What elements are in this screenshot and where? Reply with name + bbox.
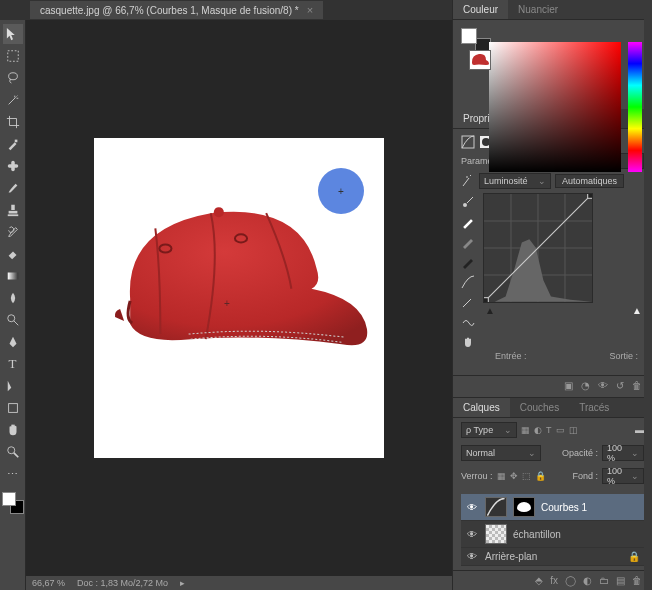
document-canvas[interactable]: + [94, 138, 384, 458]
gray-point-icon[interactable] [461, 235, 475, 249]
tab-color[interactable]: Couleur [453, 0, 508, 19]
eye-icon[interactable]: 👁 [465, 529, 479, 540]
doc-size: Doc : 1,83 Mo/2,72 Mo [77, 578, 168, 588]
svg-point-1 [8, 73, 17, 80]
svg-rect-28 [588, 194, 592, 198]
target-adjust-icon[interactable] [461, 174, 475, 188]
trash-icon[interactable]: 🗑 [632, 380, 642, 391]
filter-type-icon[interactable]: T [546, 425, 552, 435]
document-tab-bar: casquette.jpg @ 66,7% (Courbes 1, Masque… [26, 0, 452, 20]
layers-panel-tabs: Calques Couches Tracés [453, 398, 652, 418]
history-brush-tool[interactable] [3, 222, 23, 242]
smooth-icon[interactable] [461, 315, 475, 329]
document-title: casquette.jpg @ 66,7% (Courbes 1, Masque… [40, 5, 299, 16]
eye-icon[interactable]: 👁 [465, 502, 479, 513]
hue-slider[interactable] [628, 42, 642, 172]
curve-point-icon[interactable] [461, 275, 475, 289]
foreground-swatch[interactable] [2, 492, 16, 506]
lock-artboard-icon[interactable]: ⬚ [522, 471, 531, 481]
new-adjustment-icon[interactable]: ◐ [583, 575, 592, 586]
channel-select[interactable]: Luminosité [479, 173, 551, 189]
visibility-icon[interactable]: 👁 [598, 380, 608, 391]
slider-white-icon[interactable]: ▲ [632, 305, 642, 316]
clip-icon[interactable]: ◔ [581, 380, 590, 391]
shape-tool[interactable] [3, 398, 23, 418]
tab-paths[interactable]: Tracés [569, 398, 619, 417]
lock-position-icon[interactable]: ✥ [510, 471, 518, 481]
blend-mode-select[interactable]: Normal [461, 445, 541, 461]
collapsed-panel-dock[interactable] [644, 0, 652, 590]
pencil-curve-icon[interactable] [461, 295, 475, 309]
layer-mask-thumb[interactable] [513, 497, 535, 517]
edit-toolbar-icon[interactable]: ⋯ [3, 464, 23, 484]
layer-name[interactable]: Arrière-plan [485, 551, 622, 562]
filter-adjust-icon[interactable]: ◐ [534, 425, 542, 435]
eye-icon[interactable]: 👁 [465, 551, 479, 562]
reset-icon[interactable]: ↺ [616, 380, 624, 391]
eyedropper-tool[interactable] [3, 134, 23, 154]
toggle-mask-icon[interactable]: ▣ [564, 380, 573, 391]
delete-layer-icon[interactable]: 🗑 [632, 575, 642, 586]
marquee-tool[interactable] [3, 46, 23, 66]
eraser-tool[interactable] [3, 244, 23, 264]
gradient-tool[interactable] [3, 266, 23, 286]
lock-pixels-icon[interactable]: ▦ [497, 471, 506, 481]
sampler-icon[interactable] [461, 195, 475, 209]
document-tab[interactable]: casquette.jpg @ 66,7% (Courbes 1, Masque… [30, 1, 323, 19]
tab-channels[interactable]: Couches [510, 398, 569, 417]
filter-shape-icon[interactable]: ▭ [556, 425, 565, 435]
white-point-icon[interactable] [461, 215, 475, 229]
sample-color-circle [318, 168, 364, 214]
layer-name[interactable]: Courbes 1 [541, 502, 640, 513]
opacity-input[interactable]: 100 % [602, 445, 644, 461]
type-tool[interactable]: T [3, 354, 23, 374]
lock-all-icon[interactable]: 🔒 [535, 471, 546, 481]
color-swatch[interactable] [2, 492, 24, 514]
hand-tool[interactable] [3, 420, 23, 440]
zoom-tool[interactable] [3, 442, 23, 462]
layer-row[interactable]: 👁 Arrière-plan 🔒 [461, 548, 644, 566]
add-mask-icon[interactable]: ◯ [565, 575, 576, 586]
black-point-icon[interactable] [461, 255, 475, 269]
brush-tool[interactable] [3, 178, 23, 198]
move-tool[interactable] [3, 24, 23, 44]
status-arrow-icon[interactable]: ▸ [180, 578, 185, 588]
wand-tool[interactable] [3, 90, 23, 110]
layer-row[interactable]: 👁 échantillon [461, 521, 644, 548]
layer-row[interactable]: 👁 Courbes 1 [461, 494, 644, 521]
lasso-tool[interactable] [3, 68, 23, 88]
zoom-level[interactable]: 66,67 % [32, 578, 65, 588]
color-panel-tabs: Couleur Nuancier [453, 0, 652, 20]
hand-icon[interactable] [461, 335, 475, 349]
canvas-area[interactable]: + [26, 20, 452, 576]
close-icon[interactable]: × [307, 4, 313, 16]
layer-filter-select[interactable]: ρ Type [461, 422, 517, 438]
pen-tool[interactable] [3, 332, 23, 352]
heal-tool[interactable] [3, 156, 23, 176]
filter-smart-icon[interactable]: ◫ [569, 425, 578, 435]
auto-button[interactable]: Automatiques [555, 174, 624, 188]
fx-icon[interactable]: fx [550, 575, 558, 586]
panel-color-swatch[interactable] [461, 28, 483, 50]
filter-pixel-icon[interactable]: ▦ [521, 425, 530, 435]
crop-tool[interactable] [3, 112, 23, 132]
stamp-tool[interactable] [3, 200, 23, 220]
new-layer-icon[interactable]: ▤ [616, 575, 625, 586]
svg-line-26 [484, 194, 592, 302]
dodge-tool[interactable] [3, 310, 23, 330]
svg-point-11 [7, 447, 14, 454]
color-picker-field[interactable] [489, 42, 621, 172]
curves-graph[interactable] [483, 193, 593, 303]
new-group-icon[interactable]: 🗀 [599, 575, 609, 586]
slider-black-icon[interactable]: ▲ [485, 305, 495, 316]
tab-layers[interactable]: Calques [453, 398, 510, 417]
layer-thumb [485, 524, 507, 544]
filter-toggle[interactable]: ▬ [635, 425, 644, 435]
blur-tool[interactable] [3, 288, 23, 308]
svg-rect-2 [14, 140, 17, 143]
layer-name[interactable]: échantillon [513, 529, 640, 540]
fill-input[interactable]: 100 % [602, 468, 644, 484]
path-tool[interactable] [3, 376, 23, 396]
link-layers-icon[interactable]: ⬘ [535, 575, 543, 586]
tab-swatches[interactable]: Nuancier [508, 0, 568, 19]
